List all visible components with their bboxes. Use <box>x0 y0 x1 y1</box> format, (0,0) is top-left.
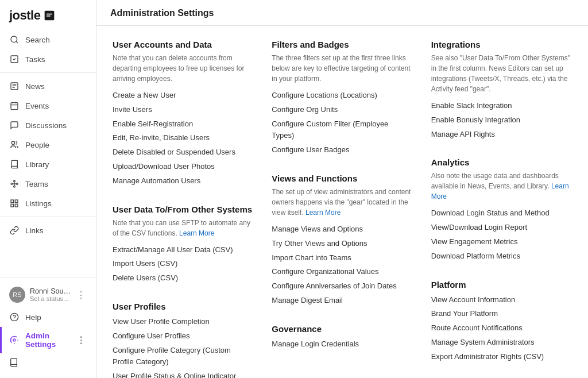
svg-rect-6 <box>11 103 18 110</box>
user-name: Ronni Souers <box>30 287 71 295</box>
section-analytics: AnalyticsAlso note the usage data and da… <box>431 157 572 263</box>
people-icon <box>9 140 20 150</box>
sidebar-item-discussions[interactable]: Discussions <box>0 115 96 135</box>
section-link[interactable]: Import Users (CSV) <box>113 257 253 271</box>
sidebar-item-admin-label: Admin Settings <box>25 331 69 349</box>
section-desc-link-user-data[interactable]: Learn More <box>179 229 214 237</box>
user-more-button[interactable]: ⋮ <box>75 288 87 302</box>
sidebar-item-admin-settings[interactable]: Admin Settings ⋮ <box>0 327 96 353</box>
sidebar-item-help[interactable]: Help <box>0 307 96 327</box>
column-1: Filters and BadgesThe three filters set … <box>272 40 412 378</box>
section-link[interactable]: View/Download Login Report <box>431 221 572 235</box>
svg-rect-13 <box>15 200 18 203</box>
sidebar-item-people[interactable]: People <box>0 135 96 155</box>
section-desc-link-views-functions[interactable]: Learn More <box>305 209 341 217</box>
section-title-user-profiles: User Profiles <box>113 302 253 311</box>
section-user-data: User Data To/From Other SystemsNote that… <box>113 205 253 286</box>
section-link[interactable]: Try Other Views and Options <box>272 237 412 251</box>
section-link[interactable]: Enable Self-Registration <box>113 117 253 132</box>
section-link[interactable]: Manage Views and Options <box>272 222 412 237</box>
section-link[interactable]: Export Administrator Rights (CSV) <box>431 350 572 364</box>
section-user-profiles: User ProfilesView User Profile Completio… <box>113 302 253 378</box>
search-icon <box>9 34 20 45</box>
divider-1 <box>0 72 96 73</box>
section-link[interactable]: Manage Login Credentials <box>272 337 412 352</box>
section-link[interactable]: Configure User Profiles <box>113 329 253 344</box>
section-link[interactable]: Configure Locations (Locations) <box>272 88 412 103</box>
sidebar-item-library-label: Library <box>25 160 49 169</box>
section-desc-analytics: Also note the usage data and dashboards … <box>431 171 572 202</box>
section-link[interactable]: Configure Anniversaries of Join Dates <box>272 279 412 294</box>
section-link[interactable]: Configure Custom Filter (Employee Types) <box>272 117 412 144</box>
column-0: User Accounts and DataNote that you can … <box>113 40 253 378</box>
section-user-accounts: User Accounts and DataNote that you can … <box>113 40 253 188</box>
sidebar-item-links[interactable]: Links <box>0 221 96 240</box>
sidebar-item-news[interactable]: News <box>0 76 96 96</box>
section-desc-user-accounts: Note that you can delete accounts from d… <box>113 53 253 84</box>
section-link[interactable]: Configure Organizational Values <box>272 265 412 279</box>
section-link[interactable]: Edit, Re-invite, Disable Users <box>113 131 253 145</box>
svg-point-8 <box>11 183 13 185</box>
section-link[interactable]: Download Platform Metrics <box>431 249 572 264</box>
events-icon <box>9 101 20 111</box>
sidebar-item-tasks[interactable]: Tasks <box>0 49 96 69</box>
svg-rect-1 <box>47 14 52 15</box>
section-link[interactable]: Enable Bonusly Integration <box>431 113 572 128</box>
section-link[interactable]: Invite Users <box>113 103 253 117</box>
svg-point-10 <box>16 183 18 185</box>
svg-point-7 <box>11 141 14 144</box>
logo-text: jostle <box>9 8 40 23</box>
sidebar-bottom: RS Ronni Souers Set a status... ⋮ Help A… <box>0 277 96 378</box>
section-link[interactable]: Manage Automation Users <box>113 174 253 188</box>
sidebar-item-events[interactable]: Events <box>0 96 96 115</box>
section-link[interactable]: View Account Information <box>431 293 572 307</box>
section-link[interactable]: Enable Slack Integration <box>431 99 572 113</box>
section-link[interactable]: Download Login Status and Method <box>431 206 572 221</box>
kb-button[interactable] <box>0 353 96 373</box>
sidebar-item-library[interactable]: Library <box>0 155 96 174</box>
sidebar-item-listings[interactable]: Listings <box>0 194 96 213</box>
sidebar-item-search[interactable]: Search <box>0 30 96 49</box>
main-header: Administration Settings <box>96 0 588 26</box>
section-link[interactable]: Delete Disabled or Suspended Users <box>113 145 253 160</box>
sidebar-item-events-label: Events <box>25 102 49 110</box>
section-link[interactable]: Configure Profile Category (Custom Profi… <box>113 344 253 370</box>
section-desc-link-analytics[interactable]: Learn More <box>431 182 569 200</box>
section-link[interactable]: Configure Org Units <box>272 103 412 117</box>
section-link[interactable]: View User Profile Completion <box>113 315 253 329</box>
section-link[interactable]: Import Chart into Teams <box>272 251 412 265</box>
section-link[interactable]: Manage Digest Email <box>272 294 412 308</box>
admin-more-button[interactable]: ⋮ <box>75 334 87 347</box>
section-link[interactable]: Delete Users (CSV) <box>113 271 253 286</box>
user-info: Ronni Souers Set a status... <box>30 287 71 302</box>
section-title-integrations: Integrations <box>431 40 572 49</box>
svg-rect-15 <box>11 204 14 207</box>
svg-rect-12 <box>11 200 14 203</box>
section-link[interactable]: Brand Your Platform <box>431 307 572 321</box>
section-link[interactable]: Configure User Badges <box>272 143 412 157</box>
section-title-analytics: Analytics <box>431 157 572 167</box>
news-icon <box>9 81 20 91</box>
section-title-views-functions: Views and Functions <box>272 173 412 183</box>
links-icon <box>9 225 20 236</box>
section-link[interactable]: Route Account Notifications <box>431 321 572 335</box>
section-link[interactable]: Manage API Rights <box>431 128 572 142</box>
page-title: Administration Settings <box>110 8 574 18</box>
section-title-filters-badges: Filters and Badges <box>272 40 412 49</box>
library-icon <box>9 159 20 169</box>
section-desc-filters-badges: The three filters set up at the first th… <box>272 53 412 84</box>
svg-point-9 <box>14 180 16 182</box>
section-link[interactable]: Extract/Manage All User Data (CSV) <box>113 243 253 257</box>
sidebar-item-news-label: News <box>25 82 45 91</box>
main-content: Administration Settings User Accounts an… <box>96 0 588 378</box>
section-link[interactable]: Manage System Administrators <box>431 335 572 350</box>
section-title-user-data: User Data To/From Other Systems <box>113 205 253 214</box>
sidebar-item-teams[interactable]: Teams <box>0 174 96 194</box>
section-link[interactable]: Create a New User <box>113 88 253 103</box>
divider-2 <box>0 217 96 217</box>
section-link[interactable]: Upload/Download User Photos <box>113 160 253 174</box>
section-link[interactable]: View Engagement Metrics <box>431 235 572 249</box>
section-link[interactable]: User Profile Status & Online Indicator <box>113 369 253 378</box>
section-title-user-accounts: User Accounts and Data <box>113 40 253 49</box>
sidebar-item-help-label: Help <box>25 313 41 322</box>
